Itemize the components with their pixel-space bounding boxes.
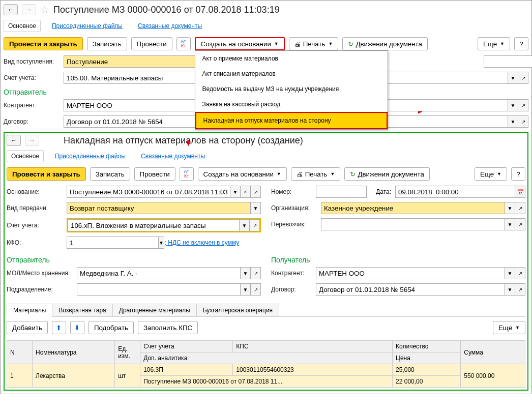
- move-up-button[interactable]: ⬆: [52, 321, 66, 334]
- open-icon[interactable]: ↗: [515, 218, 525, 230]
- contractor2-label: Контрагент:: [271, 270, 312, 277]
- move-down-button[interactable]: ⬇: [70, 321, 84, 334]
- post-button[interactable]: Провести: [131, 37, 172, 50]
- open-icon[interactable]: ↗: [251, 267, 261, 279]
- subtab-accounting[interactable]: Бухгалтерская операция: [196, 304, 279, 316]
- subtab-materials[interactable]: Материалы: [7, 304, 52, 317]
- fill-kps-button[interactable]: Заполнить КПС: [138, 321, 198, 334]
- back-button-2[interactable]: ←: [7, 135, 21, 146]
- tab2-main[interactable]: Основное: [7, 150, 44, 162]
- dropdown-icon[interactable]: ▼: [251, 202, 261, 214]
- more-button-2[interactable]: Еще▼: [475, 167, 507, 181]
- table-row[interactable]: 1 Лекарства шт 106.3П 10030110554600323 …: [7, 364, 525, 376]
- tab-main[interactable]: Основное: [4, 20, 41, 32]
- dropdown-icon[interactable]: ▼: [505, 267, 515, 279]
- dropdown-icon[interactable]: ▼: [159, 237, 164, 249]
- menu-item-issuance-sheet[interactable]: Ведомость на выдачу МЗ на нужды учрежден…: [195, 81, 388, 97]
- create-based-button-2[interactable]: Создать на основании▼: [198, 167, 287, 181]
- post-and-close-button[interactable]: Провести и закрыть: [4, 37, 83, 50]
- tab-related-docs[interactable]: Связанные документы: [134, 20, 206, 32]
- date-input[interactable]: [395, 186, 515, 198]
- print-button[interactable]: Печать▼: [289, 37, 339, 50]
- atkt-button[interactable]: АтКт: [176, 37, 191, 50]
- open-icon[interactable]: ↗: [518, 99, 528, 111]
- save-button-2[interactable]: Записать: [90, 167, 130, 181]
- col-additional: Доп. аналитика: [140, 352, 393, 364]
- contractor-label: Контрагент:: [4, 102, 60, 109]
- dropdown-icon[interactable]: ▼: [508, 115, 518, 128]
- contract2-input[interactable]: [316, 283, 505, 296]
- open-icon[interactable]: ↗: [251, 283, 261, 296]
- kfo-input[interactable]: [67, 237, 159, 249]
- help-button-2[interactable]: ?: [511, 167, 525, 181]
- movements-button-2[interactable]: Движения документа: [344, 167, 430, 181]
- dropdown-icon[interactable]: ▼: [241, 283, 251, 296]
- account-label: Счет учета:: [4, 74, 60, 81]
- help-button[interactable]: ?: [514, 37, 528, 50]
- tab2-related[interactable]: Связанные документы: [137, 151, 209, 162]
- tab-attached-files[interactable]: Присоединенные файлы: [48, 20, 127, 32]
- calendar-icon[interactable]: 📅: [515, 186, 525, 198]
- dropdown-icon[interactable]: ▼: [240, 219, 250, 231]
- favorite-star-icon[interactable]: ☆: [40, 4, 49, 16]
- forward-button[interactable]: →: [22, 4, 36, 15]
- dropdown-icon[interactable]: ▼: [505, 202, 515, 214]
- cell-price: 22 000,00: [393, 376, 461, 388]
- cell-n: 1: [7, 364, 33, 388]
- dropdown-icon[interactable]: ▼: [230, 186, 241, 198]
- account2-input[interactable]: [68, 219, 240, 231]
- mol-input[interactable]: [77, 267, 241, 279]
- menu-item-cash-request[interactable]: Заявка на кассовый расход: [195, 97, 388, 112]
- menu-item-invoice-dispatch[interactable]: Накладная на отпуск материалов на сторон…: [195, 112, 388, 129]
- type-label: Вид поступления:: [4, 58, 60, 65]
- atkt-button-2[interactable]: АтКт: [180, 167, 194, 181]
- open-icon[interactable]: ↗: [515, 202, 525, 214]
- table-more-button[interactable]: Еще▼: [493, 321, 525, 334]
- create-based-on-button[interactable]: Создать на основании▼: [195, 37, 285, 50]
- dropdown-icon[interactable]: ▼: [241, 267, 251, 279]
- clear-icon[interactable]: ×: [241, 186, 251, 198]
- select-button[interactable]: Подобрать: [88, 321, 134, 334]
- open-icon[interactable]: ↗: [251, 186, 261, 198]
- sender2-title: Отправитель: [7, 256, 261, 264]
- cell-nomenclature: Лекарства: [33, 364, 115, 388]
- create-based-dropdown: Акт о приемке материалов Акт списания ма…: [195, 50, 388, 130]
- carrier-input[interactable]: [321, 218, 505, 230]
- cell-sum: 550 000,00: [461, 364, 525, 388]
- dept-input[interactable]: [77, 283, 241, 296]
- carrier-label: Перевозчик:: [271, 221, 317, 228]
- dropdown-icon[interactable]: ▼: [508, 99, 518, 111]
- date-suffix-input[interactable]: [484, 55, 532, 68]
- open-icon[interactable]: ↗: [518, 72, 528, 84]
- mol-label: МОЛ/Место хранения:: [7, 270, 73, 277]
- open-icon[interactable]: ↗: [250, 219, 260, 231]
- menu-item-writeoff-act[interactable]: Акт списания материалов: [195, 66, 388, 81]
- dropdown-icon[interactable]: ▼: [508, 72, 518, 84]
- subtab-precious[interactable]: Драгоценные материалы: [112, 304, 197, 316]
- transfer-type-input[interactable]: [67, 202, 251, 214]
- add-row-button[interactable]: Добавить: [7, 321, 48, 334]
- print-button-2[interactable]: Печать▼: [291, 167, 341, 181]
- dropdown-icon[interactable]: ▼: [505, 283, 515, 296]
- forward-button-2[interactable]: →: [25, 135, 39, 146]
- post-button-2[interactable]: Провести: [134, 167, 175, 181]
- menu-item-receipt-act[interactable]: Акт о приемке материалов: [195, 51, 388, 66]
- open-icon[interactable]: ↗: [518, 115, 528, 128]
- page-title: Поступление МЗ 0000-000016 от 07.08.2018…: [53, 5, 280, 15]
- more-button[interactable]: Еще▼: [478, 37, 510, 50]
- back-button[interactable]: ←: [4, 4, 18, 15]
- tab2-attached[interactable]: Присоединенные файлы: [51, 151, 130, 162]
- post-close-button-2[interactable]: Провести и закрыть: [7, 167, 86, 181]
- open-icon[interactable]: ↗: [515, 283, 525, 296]
- col-nomenclature: Номенклатура: [33, 341, 115, 364]
- org-input[interactable]: [321, 202, 505, 214]
- contractor2-input[interactable]: [316, 267, 505, 279]
- number-input[interactable]: [316, 186, 367, 198]
- dropdown-icon[interactable]: ▼: [505, 218, 515, 230]
- basis-input[interactable]: [67, 186, 230, 198]
- save-button[interactable]: Записать: [87, 37, 127, 50]
- subtab-packaging[interactable]: Возвратная тара: [52, 304, 113, 316]
- open-icon[interactable]: ↗: [515, 267, 525, 279]
- col-n: N: [7, 341, 33, 364]
- document-movements-button[interactable]: Движения документа: [342, 37, 428, 50]
